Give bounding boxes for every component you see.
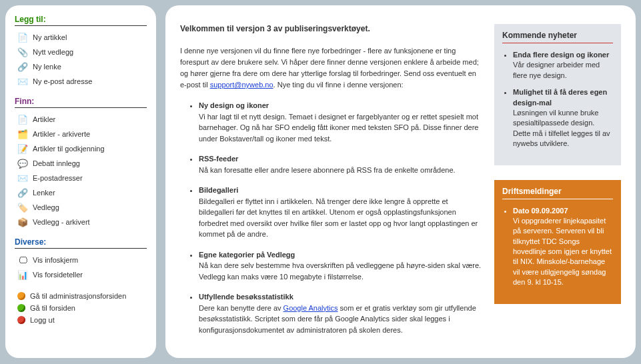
feature-heading: RSS-feeder — [199, 153, 482, 165]
operations-list: Dato 09.09.2007Vi oppgraderer linjekapas… — [502, 206, 613, 288]
feature-body: Nå kan foresatte eller andre lesere abon… — [199, 166, 456, 174]
goto-front-icon — [17, 304, 25, 312]
sidebar-item-new-article[interactable]: 📄Ny artikkel — [15, 30, 147, 45]
sidebar-item-label: Gå til administrasjonsforsiden — [30, 292, 126, 300]
feature-item: Egne kategorier på VedleggNå kan dere se… — [199, 249, 482, 283]
sidebar-item-label: Ny e-post adresse — [33, 77, 92, 85]
support-email-link[interactable]: support@nyweb.no — [210, 81, 273, 89]
upcoming-news-title: Kommende nyheter — [502, 31, 613, 43]
articles-icon: 📄 — [17, 114, 28, 125]
articles-approve-icon: 📝 — [17, 143, 28, 154]
feature-heading: Ny design og ikoner — [199, 100, 482, 111]
attachments-archived-icon: 📦 — [17, 217, 28, 227]
sidebar-item-label: Vedlegg - arkivert — [33, 218, 90, 226]
intro-paragraph: I denne nye versjonen vil du finne flere… — [180, 45, 482, 91]
links-icon: 🔗 — [17, 187, 28, 198]
sidebar-item-label: Vis infoskjerm — [33, 256, 78, 264]
sidebar-item-show-counter[interactable]: 📊Vis forsideteller — [15, 267, 147, 282]
attachments-icon: 🏷️ — [17, 202, 28, 213]
sidebar-item-debate-posts[interactable]: 💬Debatt innlegg — [15, 156, 147, 171]
sidebar-item-label: E-postadresser — [33, 174, 83, 182]
sidebar-item-label: Ny lenke — [33, 63, 61, 71]
sidebar-item-attachments[interactable]: 🏷️Vedlegg — [15, 200, 147, 215]
feature-heading: Bildegalleri — [199, 185, 482, 196]
admin-front-icon — [17, 292, 25, 300]
main: Velkommen til versjon 3 av publiseringsv… — [165, 5, 636, 358]
sidebar-item-label: Gå til forsiden — [30, 304, 75, 312]
section-head-find: Finn: — [15, 97, 147, 108]
feature-body: Vi har lagt til et nytt design. Temaet i… — [199, 113, 478, 143]
page-title: Velkommen til versjon 3 av publiseringsv… — [180, 24, 482, 33]
sidebar-item-articles-approve[interactable]: 📝Artikler til godkjenning — [15, 141, 147, 156]
sidebar-item-label: Lenker — [33, 189, 55, 197]
sidebar-item-goto-front[interactable]: Gå til forsiden — [15, 302, 147, 314]
right-column: Kommende nyheter Enda flere design og ik… — [494, 24, 621, 319]
upcoming-news-box: Kommende nyheter Enda flere design og ik… — [494, 24, 621, 165]
feature-item: Ny design og ikonerVi har lagt til et ny… — [199, 100, 482, 144]
list-item: Dato 09.09.2007Vi oppgraderer linjekapas… — [513, 206, 613, 288]
articles-archived-icon: 🗂️ — [17, 129, 28, 139]
sidebar-item-show-infoscreen[interactable]: 🖵Vis infoskjerm — [15, 253, 147, 267]
feature-body: Bildegalleri er flyttet inn i artikkelen… — [199, 197, 478, 239]
upcoming-news-list: Enda flere design og ikonerVår designer … — [502, 50, 613, 149]
sidebar-item-label: Logg ut — [30, 316, 55, 324]
emails-icon: ✉️ — [17, 173, 28, 183]
feature-link[interactable]: Google Analytics — [283, 304, 338, 312]
new-email-icon: ✉️ — [17, 76, 28, 87]
sidebar-item-new-link[interactable]: 🔗Ny lenke — [15, 59, 147, 74]
content-column: Velkommen til versjon 3 av publiseringsv… — [180, 24, 482, 345]
sidebar-item-logout[interactable]: Logg ut — [15, 314, 147, 326]
logout-icon — [17, 316, 25, 324]
section-head-add: Legg til: — [15, 15, 147, 26]
sidebar-item-links[interactable]: 🔗Lenker — [15, 185, 147, 200]
feature-list: Ny design og ikonerVi har lagt til et ny… — [180, 100, 482, 335]
sidebar-item-attachments-archived[interactable]: 📦Vedlegg - arkivert — [15, 215, 147, 229]
feature-item: RSS-feederNå kan foresatte eller andre l… — [199, 153, 482, 175]
section-head-misc: Diverse: — [15, 237, 147, 249]
new-article-icon: 📄 — [17, 32, 28, 43]
feature-heading: Egne kategorier på Vedlegg — [199, 249, 482, 261]
sidebar-item-new-attachment[interactable]: 📎Nytt vedlegg — [15, 45, 147, 59]
sidebar-item-label: Ny artikkel — [33, 33, 67, 41]
feature-body: Nå kan dere selv bestemme hva overskrift… — [199, 261, 481, 281]
new-attachment-icon: 📎 — [17, 47, 28, 57]
show-counter-icon: 📊 — [17, 269, 28, 280]
show-infoscreen-icon: 🖵 — [17, 255, 28, 265]
feature-item: BildegalleriBildegalleri er flyttet inn … — [199, 185, 482, 240]
new-link-icon: 🔗 — [17, 61, 28, 72]
sidebar-item-label: Nytt vedlegg — [33, 48, 73, 56]
sidebar: Legg til:📄Ny artikkel📎Nytt vedlegg🔗Ny le… — [5, 5, 156, 358]
sidebar-item-label: Debatt innlegg — [33, 159, 80, 167]
list-item: Enda flere design og ikonerVår designer … — [513, 50, 613, 81]
sidebar-item-admin-front[interactable]: Gå til administrasjonsforsiden — [15, 290, 147, 302]
sidebar-item-articles[interactable]: 📄Artikler — [15, 112, 147, 127]
sidebar-item-emails[interactable]: ✉️E-postadresser — [15, 171, 147, 185]
sidebar-item-label: Vis forsideteller — [33, 271, 83, 279]
sidebar-item-label: Artikler til godkjenning — [33, 145, 105, 153]
sidebar-item-label: Artikler — [33, 115, 55, 123]
sidebar-item-new-email[interactable]: ✉️Ny e-post adresse — [15, 74, 147, 89]
intro-text-post: . Nye ting du vil finne i denne versjone… — [273, 81, 404, 89]
feature-heading: Utfyllende besøksstatistikk — [199, 291, 482, 303]
list-item: Mulighet til å få deres egen design-malL… — [513, 87, 613, 149]
sidebar-item-articles-archived[interactable]: 🗂️Artikler - arkiverte — [15, 127, 147, 141]
operations-box: Driftsmeldinger Dato 09.09.2007Vi oppgra… — [494, 180, 621, 304]
operations-title: Driftsmeldinger — [502, 187, 613, 199]
feature-item: Utfyllende besøksstatistikkDere kan beny… — [199, 291, 482, 335]
sidebar-item-label: Artikler - arkiverte — [33, 130, 90, 138]
debate-posts-icon: 💬 — [17, 158, 28, 169]
sidebar-item-label: Vedlegg — [33, 203, 59, 211]
